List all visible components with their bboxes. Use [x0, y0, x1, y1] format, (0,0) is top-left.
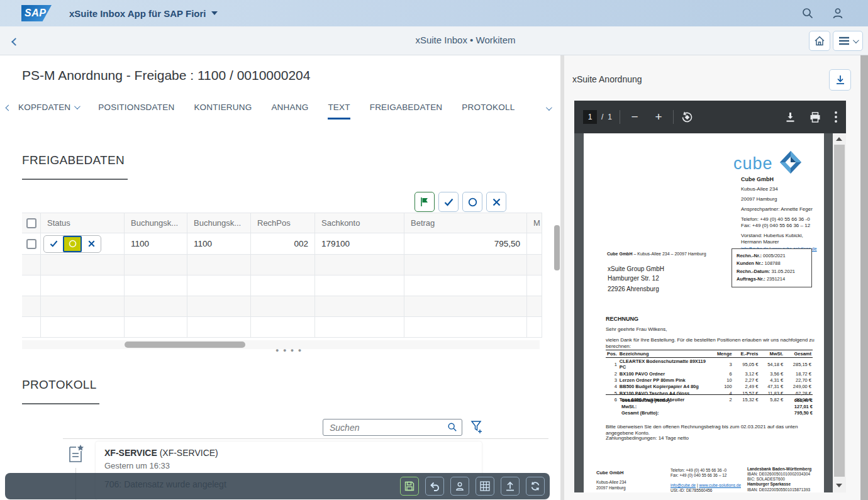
kebab-icon[interactable]: [835, 111, 837, 123]
grid-button[interactable]: [476, 477, 494, 496]
panel-vertical-scrollbar[interactable]: [554, 225, 560, 270]
column-header-rechpos[interactable]: RechPos: [251, 213, 315, 233]
refresh-icon: [530, 481, 540, 491]
menu-icon: [838, 36, 850, 45]
pdf-download-icon[interactable]: [785, 112, 796, 123]
refresh-button[interactable]: [526, 477, 545, 496]
tab-freigabedaten[interactable]: FREIGABEDATEN: [370, 94, 443, 119]
status-reject-button[interactable]: [82, 236, 101, 252]
invoice-table-endline: [606, 394, 813, 395]
attachment-download-button[interactable]: [829, 69, 851, 91]
upload-button[interactable]: [501, 477, 520, 496]
activity-post-icon: [67, 443, 85, 464]
tab-text[interactable]: TEXT: [328, 94, 350, 119]
column-header-m[interactable]: M: [527, 213, 542, 233]
status-approve-button[interactable]: [44, 236, 63, 252]
select-all-checkbox[interactable]: [26, 218, 36, 228]
payment-note: Bitte überweisen Sie den offenen Rechnun…: [606, 424, 824, 436]
scrollbar-thumb[interactable]: [125, 342, 245, 348]
scroll-up-icon[interactable]: [836, 137, 842, 141]
recipient-name: xSuite Group GmbH: [608, 265, 664, 274]
pdf-page-separator: /: [601, 113, 603, 121]
scroll-down-icon[interactable]: [836, 484, 842, 487]
user-button[interactable]: [450, 477, 469, 496]
invoice-footer-col2: Telefon: +49 (0) 40 55 66 36 -0 Fax: +49…: [670, 468, 741, 492]
reject-all-button[interactable]: [486, 192, 506, 212]
chevron-down-icon: [853, 37, 859, 43]
back-button[interactable]: [8, 34, 23, 49]
upload-icon: [505, 481, 515, 491]
invoice-footer-col3: Landesbank Baden-Württemberg IBAN: DE026…: [747, 467, 811, 492]
pdf-page: cube Cube GmbH Kubus-Allee 234 20097 Ham…: [584, 133, 824, 492]
person-icon[interactable]: [832, 7, 844, 19]
filter-add-icon[interactable]: [470, 420, 483, 434]
section-title-freigabedaten: FREIGABEDATEN: [22, 153, 125, 167]
status-segmented-control: [43, 235, 101, 253]
hold-all-button[interactable]: [462, 192, 482, 212]
invoice-footer-col1: Cube GmbH Kubus-Allee 234 20097 Hamburg: [596, 470, 626, 491]
rotate-icon[interactable]: [681, 111, 693, 123]
download-icon: [835, 75, 845, 86]
tabs-scroll-left-icon[interactable]: [6, 101, 11, 113]
recipient-street: Hamburger Str. 12: [608, 275, 659, 283]
section-underline: [22, 403, 99, 404]
page-header-bar: xSuite Inbox • Workitem: [0, 26, 868, 55]
save-button[interactable]: [400, 477, 419, 496]
cell-sachkonto: 179100: [315, 233, 404, 254]
status-hold-button[interactable]: [63, 236, 82, 252]
flag-button[interactable]: [415, 192, 435, 212]
tabs-overflow-icon[interactable]: [546, 102, 550, 113]
splitter-grip[interactable]: ● ● ● ●: [275, 347, 303, 353]
search-icon[interactable]: [801, 7, 814, 19]
scrollbar-thumb[interactable]: [834, 145, 845, 477]
pdf-viewer: 1 / 1 − +: [574, 101, 846, 492]
print-icon[interactable]: [810, 112, 821, 123]
row-checkbox[interactable]: [26, 239, 36, 249]
column-header-buchungskreis2[interactable]: Buchungsk...: [187, 213, 251, 233]
tab-kontierung[interactable]: KONTIERUNG: [194, 94, 252, 119]
overflow-menu-button[interactable]: [833, 31, 863, 51]
letterhead-company: Cube GmbH: [741, 176, 774, 183]
protokoll-search: [323, 419, 462, 436]
column-header-betrag[interactable]: Betrag: [404, 213, 527, 233]
column-header-status[interactable]: Status: [41, 213, 125, 233]
home-button[interactable]: [809, 31, 830, 51]
reject-icon: [492, 198, 501, 206]
attachment-title: xSuite Anordnung: [572, 74, 642, 84]
sap-logo[interactable]: SAP: [21, 5, 52, 21]
outer-scrollbar[interactable]: [860, 55, 868, 500]
pdf-page-input[interactable]: 1: [583, 110, 597, 124]
tab-anhang[interactable]: ANHANG: [271, 94, 308, 119]
approve-all-button[interactable]: [438, 192, 459, 212]
table-row: 1100 1100 002 179100 795,50: [22, 233, 542, 255]
magnifier-icon[interactable]: [447, 422, 457, 432]
application-window: SAP xSuite Inbox App für SAP Fiori xSuit…: [0, 0, 868, 500]
grid-icon: [480, 481, 490, 491]
divider: [63, 438, 548, 439]
section-title-protokoll: PROTOKOLL: [22, 378, 97, 392]
section-underline: [22, 179, 128, 180]
website-link[interactable]: www.cube-solutions.de: [699, 483, 741, 487]
zoom-in-icon[interactable]: +: [652, 110, 665, 124]
search-input[interactable]: [323, 419, 462, 436]
zoom-out-icon[interactable]: −: [628, 110, 642, 124]
cube-logo-text: cube: [733, 153, 773, 175]
invoice-item-row: 3Lerzen Ordner PP 80mm Pink102,27 €4,31 …: [606, 377, 813, 384]
email-link[interactable]: info@cube.de: [670, 483, 696, 487]
footer-toolbar: [5, 473, 550, 499]
app-title-menu[interactable]: xSuite Inbox App für SAP Fiori: [69, 8, 218, 19]
column-header-buchungskreis1[interactable]: Buchungsk...: [125, 213, 187, 233]
tab-protokoll[interactable]: PROTOKOLL: [462, 94, 515, 119]
column-header-sachkonto[interactable]: Sachkonto: [315, 213, 404, 233]
table-empty-row: [22, 296, 542, 317]
invoice-item-row: 2BX100 PAVO Ordner63,12 €3,56 €18,72 €: [606, 370, 813, 377]
breadcrumb: xSuite Inbox • Workitem: [415, 35, 515, 45]
approve-icon: [444, 198, 453, 206]
tab-positionsdaten[interactable]: POSITIONSDATEN: [98, 94, 174, 119]
pdf-vertical-scrollbar[interactable]: [833, 133, 846, 492]
sender-line: Cube GmbH – Kubus-Allee 234 – 20097 Hamb…: [607, 252, 706, 257]
undo-button[interactable]: [425, 477, 444, 496]
tab-kopfdaten[interactable]: KOPFDATEN: [18, 94, 79, 119]
invoice-item-row: 5BX100 PAVO Taschen A4 Gloss415,57 €11,8…: [606, 390, 813, 396]
app-title-text: xSuite Inbox App für SAP Fiori: [69, 8, 206, 19]
